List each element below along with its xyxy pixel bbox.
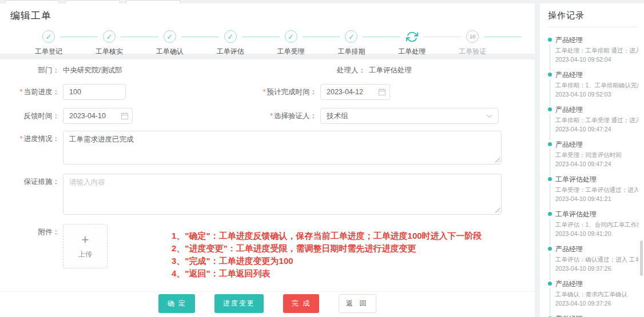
operation-log-entry: 产品经理 工单评估：确认通过；进入 工单评估！ 2023-04-10 09:37… [548, 244, 638, 279]
progress-detail-label: *进度情况： [0, 131, 63, 147]
operation-log-entry: 产品经理 工单确认：等待确认！ 2023-04-10 09:32:26 [548, 314, 638, 317]
log-description: 工单评估：1、合同内工单工作量评估 [555, 221, 638, 229]
verifier-select[interactable]: 技术组 [320, 108, 499, 124]
log-operator: 工单评估处理 [555, 175, 638, 184]
step-order-validate: 10 工单验证 [466, 30, 527, 57]
progress-detail-textarea[interactable]: 工单需求进度已完成 [63, 131, 502, 164]
confirm-button[interactable]: 确 定 [158, 294, 194, 313]
required-asterisk: * [20, 135, 23, 143]
verifier-selected-value: 技术组 [327, 111, 486, 121]
attachment-label: 附件： [0, 224, 63, 240]
log-timestamp: 2023-04-10 09:37:26 [555, 300, 638, 307]
step-status-icon: ✓ [164, 30, 176, 43]
expected-time-label: *预计完成时间： [260, 84, 320, 100]
log-timestamp: 2023-04-10 09:41:20 [555, 230, 638, 237]
log-operator: 产品经理 [555, 140, 638, 150]
verifier-label: *选择验证人： [260, 108, 320, 124]
log-operator: 产品经理 [555, 314, 638, 317]
operation-log-entry: 工单评估处理 工单评估：1、合同内工单工作量评估 2023-04-10 09:4… [548, 210, 638, 244]
step-connector [363, 37, 400, 37]
step-status-icon: ✓ [103, 30, 116, 43]
feedback-time-label: 反馈时间： [0, 108, 63, 124]
department-label: 部门： [0, 64, 63, 77]
step-label: 工单处理 [394, 47, 430, 57]
step-connector [242, 37, 280, 37]
log-operator: 工单评估处理 [555, 210, 638, 219]
log-timestamp: 2023-04-10 09:41:21 [555, 195, 638, 202]
sidebar-scrollbar[interactable] [640, 240, 643, 276]
step-status-icon: 10 [466, 30, 479, 43]
required-asterisk: * [270, 112, 273, 120]
log-description: 工单受理：工单评估通过；进入 工单受理！ [555, 186, 638, 194]
sync-icon [406, 31, 418, 43]
log-description: 工单确认：需求内工单确认 [555, 291, 638, 299]
progress-label: *当前进度： [0, 84, 63, 100]
department-value: 中央研究院/测试部 [63, 64, 122, 77]
button-help-notes: 1、"确定"：工单进度反馈确认，保存当前工单进度；工单进度100时进入下一阶段 … [172, 230, 482, 280]
operation-log-entry: 产品经理 工单排期：1、工单排期确认完成 2023-04-10 09:52:03 [548, 70, 638, 105]
guarantee-textarea[interactable] [63, 174, 502, 215]
upload-button[interactable]: + 上传 [63, 224, 108, 268]
step-label: 工单确认 [152, 47, 188, 57]
log-operator: 产品经理 [555, 279, 638, 289]
note-line: 2、"进度变更"：工单进度受限，需调整日期时需先进行进度变更 [172, 242, 482, 255]
step-status-icon: ✓ [345, 30, 357, 43]
log-operator: 产品经理 [555, 244, 638, 254]
log-timestamp: 2023-04-10 09:47:24 [555, 160, 638, 167]
step-label: 工单登记 [31, 47, 66, 57]
step-connector [484, 37, 522, 37]
log-operator: 产品经理 [555, 105, 638, 115]
progress-change-button[interactable]: 进度变更 [214, 294, 264, 313]
chevron-down-icon [486, 113, 492, 119]
handler-label: 处理人： [260, 64, 369, 77]
header-card: 编辑工单 ✓ [0, 3, 535, 54]
log-timestamp: 2023-04-10 09:37:26 [555, 265, 638, 272]
operation-log-entry: 产品经理 工单确认：需求内工单确认 2023-04-10 09:37:26 [548, 279, 638, 314]
note-line: 3、"完成"：工单进度变更为100 [172, 255, 482, 267]
workflow-steps: ✓ 工单登记 [10, 22, 535, 57]
action-button-row: 确 定 进度变更 完 成 返 回 [0, 292, 535, 317]
log-description: 工单处理：工单排期 通过；进入 工单处理！ [555, 47, 638, 55]
operation-log-entry: 工单评估处理 工单受理：工单评估通过；进入 工单受理！ 2023-04-10 0… [548, 175, 638, 210]
main-panel: 编辑工单 ✓ [0, 3, 535, 317]
step-connector [423, 37, 461, 37]
log-operator: 产品经理 [555, 70, 638, 80]
finish-button[interactable]: 完 成 [283, 294, 319, 313]
step-status-icon: ✓ [42, 30, 55, 43]
step-connector [181, 37, 219, 37]
log-description: 工单排期：工单受理 通过；进入 工单排期！ [555, 117, 638, 125]
upload-label: 上传 [78, 250, 92, 259]
log-description: 工单评估：确认通过；进入 工单评估！ [555, 256, 638, 264]
edit-order-form: 部门： 中央研究院/测试部 处理人： 工单评估处理 *当前进度： *预计完成时间… [0, 59, 535, 317]
step-label: 工单核实 [92, 47, 127, 57]
step-status-icon [406, 30, 418, 43]
required-asterisk: * [263, 88, 266, 96]
step-connector [303, 37, 340, 37]
step-label: 工单排期 [333, 47, 369, 57]
note-line: 1、"确定"：工单进度反馈确认，保存当前工单进度；工单进度100时进入下一阶段 [172, 230, 482, 242]
step-connector [121, 37, 158, 37]
step-label: 工单受理 [273, 47, 309, 57]
operation-log-entry: 产品经理 工单受理：同意评估时间 2023-04-10 09:47:24 [548, 140, 638, 175]
calendar-icon [378, 88, 386, 96]
log-timestamp: 2023-04-10 09:52:04 [555, 56, 638, 63]
operation-log-entry: 产品经理 工单处理：工单排期 通过；进入 工单处理！ 2023-04-10 09… [548, 35, 638, 70]
step-connector [60, 37, 98, 37]
note-line: 4、"返回"：工单返回列表 [172, 267, 482, 280]
page-title: 编辑工单 [10, 9, 535, 22]
step-label: 工单验证 [455, 47, 490, 57]
operation-log-entry: 产品经理 工单排期：工单受理 通过；进入 工单排期！ 2023-04-10 09… [548, 105, 638, 140]
back-button[interactable]: 返 回 [339, 294, 376, 313]
log-description: 工单排期：1、工单排期确认完成 [555, 82, 638, 90]
operation-log-sidebar: 操作记录 产品经理 工单处理：工单排期 通过；进入 工单处理！ 2023-04-… [540, 3, 644, 317]
log-timestamp: 2023-04-10 09:47:24 [555, 126, 638, 133]
step-label: 工单评估 [213, 47, 248, 57]
current-progress-input[interactable] [63, 84, 126, 100]
log-description: 工单受理：同意评估时间 [555, 151, 638, 159]
calendar-icon [121, 112, 129, 120]
operation-log-timeline: 产品经理 工单处理：工单排期 通过；进入 工单处理！ 2023-04-10 09… [548, 27, 638, 317]
required-asterisk: * [20, 88, 23, 96]
step-status-icon: ✓ [285, 30, 297, 43]
log-timestamp: 2023-04-10 09:52:03 [555, 91, 638, 98]
guarantee-label: 保证措施： [0, 174, 63, 190]
